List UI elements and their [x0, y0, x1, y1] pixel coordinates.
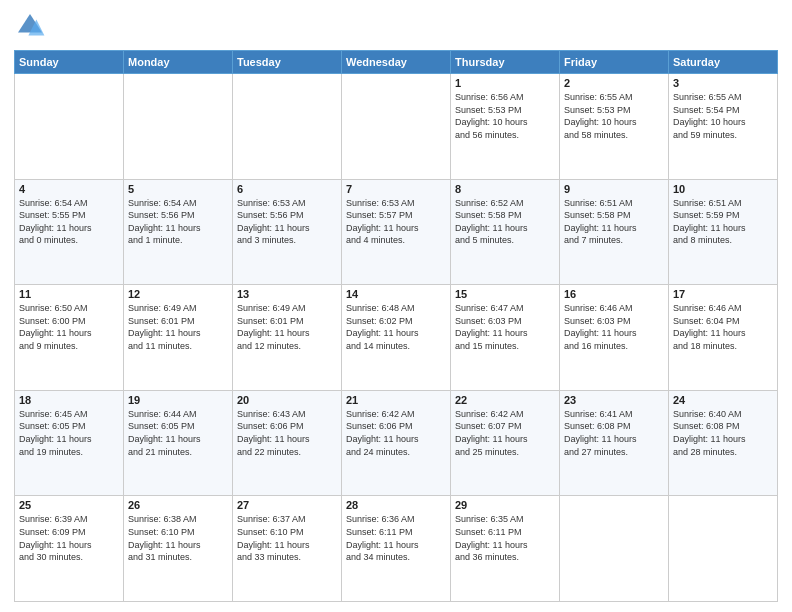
day-info: Sunrise: 6:55 AM Sunset: 5:54 PM Dayligh…: [673, 91, 773, 141]
day-number: 2: [564, 77, 664, 89]
calendar-cell: 10Sunrise: 6:51 AM Sunset: 5:59 PM Dayli…: [669, 179, 778, 285]
day-info: Sunrise: 6:43 AM Sunset: 6:06 PM Dayligh…: [237, 408, 337, 458]
calendar-cell: 26Sunrise: 6:38 AM Sunset: 6:10 PM Dayli…: [124, 496, 233, 602]
col-header-tuesday: Tuesday: [233, 51, 342, 74]
calendar-cell: 19Sunrise: 6:44 AM Sunset: 6:05 PM Dayli…: [124, 390, 233, 496]
calendar-cell: 3Sunrise: 6:55 AM Sunset: 5:54 PM Daylig…: [669, 74, 778, 180]
calendar-cell: [124, 74, 233, 180]
day-number: 29: [455, 499, 555, 511]
day-number: 10: [673, 183, 773, 195]
day-number: 23: [564, 394, 664, 406]
day-info: Sunrise: 6:42 AM Sunset: 6:06 PM Dayligh…: [346, 408, 446, 458]
day-number: 28: [346, 499, 446, 511]
calendar-cell: 22Sunrise: 6:42 AM Sunset: 6:07 PM Dayli…: [451, 390, 560, 496]
calendar-cell: 4Sunrise: 6:54 AM Sunset: 5:55 PM Daylig…: [15, 179, 124, 285]
calendar-cell: [669, 496, 778, 602]
day-number: 22: [455, 394, 555, 406]
calendar-header-row: SundayMondayTuesdayWednesdayThursdayFrid…: [15, 51, 778, 74]
calendar-cell: 18Sunrise: 6:45 AM Sunset: 6:05 PM Dayli…: [15, 390, 124, 496]
calendar-cell: 1Sunrise: 6:56 AM Sunset: 5:53 PM Daylig…: [451, 74, 560, 180]
calendar-cell: 29Sunrise: 6:35 AM Sunset: 6:11 PM Dayli…: [451, 496, 560, 602]
day-info: Sunrise: 6:56 AM Sunset: 5:53 PM Dayligh…: [455, 91, 555, 141]
calendar-cell: 16Sunrise: 6:46 AM Sunset: 6:03 PM Dayli…: [560, 285, 669, 391]
week-row-5: 25Sunrise: 6:39 AM Sunset: 6:09 PM Dayli…: [15, 496, 778, 602]
day-number: 3: [673, 77, 773, 89]
calendar-cell: 28Sunrise: 6:36 AM Sunset: 6:11 PM Dayli…: [342, 496, 451, 602]
day-number: 9: [564, 183, 664, 195]
day-number: 1: [455, 77, 555, 89]
day-info: Sunrise: 6:40 AM Sunset: 6:08 PM Dayligh…: [673, 408, 773, 458]
day-number: 8: [455, 183, 555, 195]
day-number: 19: [128, 394, 228, 406]
day-number: 27: [237, 499, 337, 511]
day-info: Sunrise: 6:36 AM Sunset: 6:11 PM Dayligh…: [346, 513, 446, 563]
day-number: 12: [128, 288, 228, 300]
col-header-saturday: Saturday: [669, 51, 778, 74]
calendar-cell: 14Sunrise: 6:48 AM Sunset: 6:02 PM Dayli…: [342, 285, 451, 391]
day-number: 15: [455, 288, 555, 300]
day-number: 6: [237, 183, 337, 195]
calendar-cell: 13Sunrise: 6:49 AM Sunset: 6:01 PM Dayli…: [233, 285, 342, 391]
day-info: Sunrise: 6:54 AM Sunset: 5:55 PM Dayligh…: [19, 197, 119, 247]
calendar-cell: 5Sunrise: 6:54 AM Sunset: 5:56 PM Daylig…: [124, 179, 233, 285]
day-number: 14: [346, 288, 446, 300]
calendar-cell: 20Sunrise: 6:43 AM Sunset: 6:06 PM Dayli…: [233, 390, 342, 496]
calendar-cell: 25Sunrise: 6:39 AM Sunset: 6:09 PM Dayli…: [15, 496, 124, 602]
calendar-cell: 27Sunrise: 6:37 AM Sunset: 6:10 PM Dayli…: [233, 496, 342, 602]
calendar-cell: 24Sunrise: 6:40 AM Sunset: 6:08 PM Dayli…: [669, 390, 778, 496]
calendar-cell: 17Sunrise: 6:46 AM Sunset: 6:04 PM Dayli…: [669, 285, 778, 391]
calendar-cell: 23Sunrise: 6:41 AM Sunset: 6:08 PM Dayli…: [560, 390, 669, 496]
day-info: Sunrise: 6:45 AM Sunset: 6:05 PM Dayligh…: [19, 408, 119, 458]
calendar-cell: 8Sunrise: 6:52 AM Sunset: 5:58 PM Daylig…: [451, 179, 560, 285]
day-info: Sunrise: 6:46 AM Sunset: 6:04 PM Dayligh…: [673, 302, 773, 352]
col-header-wednesday: Wednesday: [342, 51, 451, 74]
week-row-1: 1Sunrise: 6:56 AM Sunset: 5:53 PM Daylig…: [15, 74, 778, 180]
day-info: Sunrise: 6:39 AM Sunset: 6:09 PM Dayligh…: [19, 513, 119, 563]
week-row-3: 11Sunrise: 6:50 AM Sunset: 6:00 PM Dayli…: [15, 285, 778, 391]
day-number: 13: [237, 288, 337, 300]
day-number: 16: [564, 288, 664, 300]
day-info: Sunrise: 6:49 AM Sunset: 6:01 PM Dayligh…: [128, 302, 228, 352]
day-info: Sunrise: 6:47 AM Sunset: 6:03 PM Dayligh…: [455, 302, 555, 352]
day-info: Sunrise: 6:48 AM Sunset: 6:02 PM Dayligh…: [346, 302, 446, 352]
day-number: 7: [346, 183, 446, 195]
calendar-cell: 21Sunrise: 6:42 AM Sunset: 6:06 PM Dayli…: [342, 390, 451, 496]
col-header-friday: Friday: [560, 51, 669, 74]
calendar-cell: 7Sunrise: 6:53 AM Sunset: 5:57 PM Daylig…: [342, 179, 451, 285]
day-number: 21: [346, 394, 446, 406]
col-header-sunday: Sunday: [15, 51, 124, 74]
week-row-4: 18Sunrise: 6:45 AM Sunset: 6:05 PM Dayli…: [15, 390, 778, 496]
day-info: Sunrise: 6:55 AM Sunset: 5:53 PM Dayligh…: [564, 91, 664, 141]
logo: [14, 10, 50, 42]
calendar-cell: 12Sunrise: 6:49 AM Sunset: 6:01 PM Dayli…: [124, 285, 233, 391]
calendar-cell: 2Sunrise: 6:55 AM Sunset: 5:53 PM Daylig…: [560, 74, 669, 180]
day-number: 25: [19, 499, 119, 511]
day-info: Sunrise: 6:37 AM Sunset: 6:10 PM Dayligh…: [237, 513, 337, 563]
day-number: 17: [673, 288, 773, 300]
col-header-monday: Monday: [124, 51, 233, 74]
day-info: Sunrise: 6:50 AM Sunset: 6:00 PM Dayligh…: [19, 302, 119, 352]
day-info: Sunrise: 6:53 AM Sunset: 5:56 PM Dayligh…: [237, 197, 337, 247]
day-number: 4: [19, 183, 119, 195]
calendar-cell: [15, 74, 124, 180]
day-info: Sunrise: 6:53 AM Sunset: 5:57 PM Dayligh…: [346, 197, 446, 247]
day-number: 26: [128, 499, 228, 511]
day-info: Sunrise: 6:52 AM Sunset: 5:58 PM Dayligh…: [455, 197, 555, 247]
calendar-cell: 15Sunrise: 6:47 AM Sunset: 6:03 PM Dayli…: [451, 285, 560, 391]
day-number: 11: [19, 288, 119, 300]
day-number: 5: [128, 183, 228, 195]
day-info: Sunrise: 6:35 AM Sunset: 6:11 PM Dayligh…: [455, 513, 555, 563]
calendar-cell: [342, 74, 451, 180]
week-row-2: 4Sunrise: 6:54 AM Sunset: 5:55 PM Daylig…: [15, 179, 778, 285]
day-info: Sunrise: 6:49 AM Sunset: 6:01 PM Dayligh…: [237, 302, 337, 352]
calendar-cell: 6Sunrise: 6:53 AM Sunset: 5:56 PM Daylig…: [233, 179, 342, 285]
header: [14, 10, 778, 42]
calendar-table: SundayMondayTuesdayWednesdayThursdayFrid…: [14, 50, 778, 602]
day-info: Sunrise: 6:42 AM Sunset: 6:07 PM Dayligh…: [455, 408, 555, 458]
day-info: Sunrise: 6:44 AM Sunset: 6:05 PM Dayligh…: [128, 408, 228, 458]
calendar-cell: [233, 74, 342, 180]
day-info: Sunrise: 6:41 AM Sunset: 6:08 PM Dayligh…: [564, 408, 664, 458]
calendar-cell: [560, 496, 669, 602]
day-info: Sunrise: 6:51 AM Sunset: 5:58 PM Dayligh…: [564, 197, 664, 247]
logo-icon: [14, 10, 46, 42]
